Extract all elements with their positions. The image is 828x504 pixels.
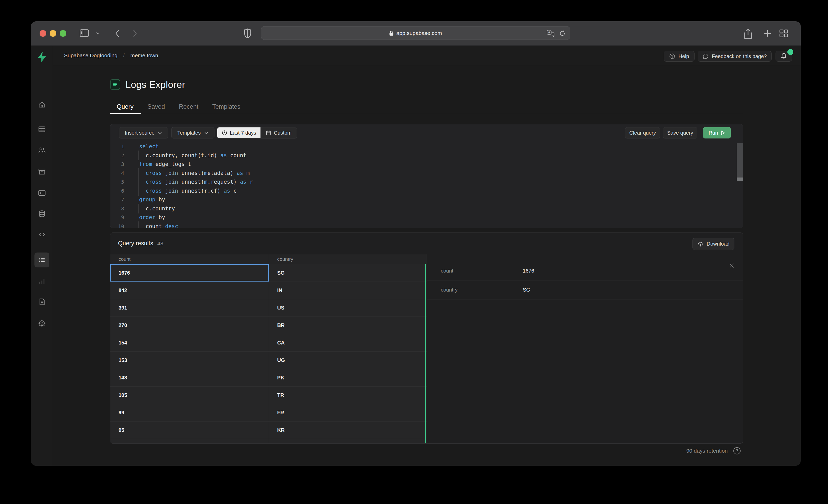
sql-code-editor[interactable]: 1select2 c.country, count(t.id) as count… [110,142,743,228]
table-row[interactable]: 154CA [110,334,426,352]
minimize-window-button[interactable] [50,30,56,37]
sidebar-chevron-down-icon[interactable] [96,32,100,35]
code-line[interactable]: 3from edge_logs t [110,160,743,169]
custom-range-label: Custom [274,130,292,136]
zoom-window-button[interactable] [60,30,66,37]
new-tab-icon[interactable] [763,29,772,38]
code-line[interactable]: 7group by [110,195,743,204]
cell-count[interactable]: 105 [110,386,269,404]
sidebar-item-table-editor[interactable] [38,125,46,133]
sidebar-item-storage[interactable] [38,168,46,176]
cell-country[interactable]: FR [269,404,426,421]
cell-country[interactable]: KR [269,421,426,439]
cell-country[interactable]: UG [269,352,426,369]
sidebar-item-sql-editor[interactable] [38,189,46,197]
active-tab-underline [110,113,141,114]
cell-count[interactable]: 1676 [110,264,269,281]
breadcrumb-page[interactable]: meme.town [130,52,158,58]
cell-count[interactable]: 270 [110,317,269,334]
code-line[interactable]: 5 cross join unnest(m.request) as r [110,178,743,186]
code-line[interactable]: 9order by [110,213,743,222]
table-row[interactable]: 153UG [110,352,426,369]
code-line[interactable]: 4 cross join unnest(metadata) as m [110,169,743,178]
sidebar-item-logs[interactable] [38,256,46,264]
sidebar-item-docs[interactable] [38,298,46,306]
table-row[interactable]: 1676SG [110,264,426,282]
tab-templates[interactable]: Templates [212,103,240,115]
custom-range-button[interactable]: Custom [260,127,297,138]
column-header-count[interactable]: count [110,254,269,264]
cell-country[interactable]: BR [269,317,426,334]
cell-country[interactable]: CA [269,334,426,352]
cell-count[interactable]: 154 [110,334,269,352]
svg-text:A: A [548,31,550,34]
reload-icon[interactable] [559,30,566,37]
sidebar-item-home[interactable] [38,100,46,109]
privacy-shield-icon[interactable] [244,29,251,38]
table-row [110,439,426,444]
insert-source-button[interactable]: Insert source [119,127,168,138]
cell-count[interactable]: 153 [110,352,269,369]
feedback-button[interactable]: Feedback on this page? [698,51,772,62]
save-query-button[interactable]: Save query [663,127,697,138]
line-number: 2 [110,152,124,158]
supabase-logo[interactable] [36,51,48,63]
results-title-text: Query results [118,240,153,247]
last-7-days-button[interactable]: Last 7 days [217,127,260,138]
address-bar[interactable]: app.supabase.com A [261,26,570,40]
cell-count[interactable]: 842 [110,282,269,299]
cell-count[interactable]: 148 [110,369,269,386]
help-button[interactable]: Help [664,51,695,62]
breadcrumb-project[interactable]: Supabase Dogfooding [64,52,118,58]
code-line[interactable]: 10 count desc [110,222,743,228]
table-row[interactable]: 105TR [110,386,426,404]
code-line[interactable]: 6 cross join unnest(r.cf) as c [110,186,743,195]
table-row[interactable]: 391US [110,299,426,317]
table-row[interactable]: 148PK [110,369,426,386]
clear-query-button[interactable]: Clear query [625,127,660,138]
editor-scrollbar-strip [737,178,743,181]
cell-country[interactable]: SG [269,264,426,281]
close-window-button[interactable] [40,30,46,37]
sidebar [31,46,53,466]
tab-saved[interactable]: Saved [147,103,165,115]
table-row[interactable]: 95KR [110,421,426,439]
cell-country[interactable]: US [269,299,426,317]
code-line[interactable]: 1select [110,142,743,151]
sidebar-item-api[interactable] [38,230,46,239]
column-header-country[interactable]: country [269,254,426,264]
translate-icon[interactable]: A [547,30,554,37]
download-button[interactable]: Download [693,238,734,250]
table-row[interactable]: 99FR [110,404,426,421]
results-table-body: 1676SG842IN391US270BR154CA153UG148PK105T… [110,264,427,444]
templates-button[interactable]: Templates [171,127,214,138]
sidebar-item-settings[interactable] [38,319,46,327]
code-line[interactable]: 8 c.country [110,204,743,213]
cell-count[interactable]: 95 [110,421,269,439]
clear-query-label: Clear query [629,130,656,136]
sidebar-item-database[interactable] [38,210,46,218]
table-row[interactable]: 270BR [110,317,426,334]
table-row[interactable]: 842IN [110,282,426,299]
sidebar-item-auth-users[interactable] [38,146,46,154]
code-line[interactable]: 2 c.country, count(t.id) as count [110,151,743,160]
share-icon[interactable] [744,29,752,39]
tab-recent[interactable]: Recent [179,103,198,115]
chat-bubble-icon [703,53,709,59]
cell-country[interactable]: TR [269,386,426,404]
back-icon[interactable] [114,29,121,38]
cell-country[interactable]: IN [269,282,426,299]
tab-overview-icon[interactable] [779,29,788,38]
forward-icon[interactable] [131,29,138,38]
bell-icon [780,53,787,60]
cell-count[interactable]: 391 [110,299,269,317]
run-button[interactable]: Run [703,127,731,138]
sidebar-toggle-icon[interactable] [80,29,89,37]
line-number: 5 [110,179,124,185]
cell-count[interactable]: 99 [110,404,269,421]
editor-scrollbar-thumb[interactable] [737,143,743,178]
cell-country[interactable]: PK [269,369,426,386]
sidebar-item-reports[interactable] [38,277,46,285]
question-circle-icon[interactable]: ? [733,447,741,454]
editor-scrollbar[interactable] [737,142,743,228]
